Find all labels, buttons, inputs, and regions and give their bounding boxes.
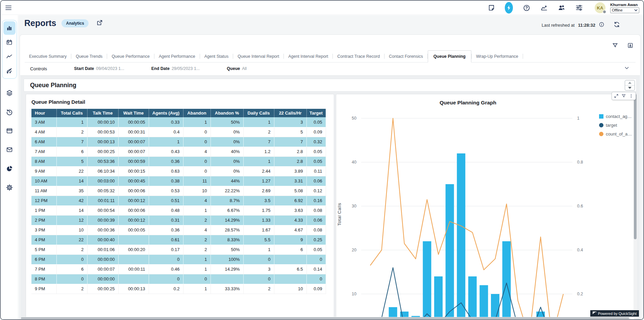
- table-row[interactable]: 8 AM500:53:3600:00:590.3600%12.80.05: [31, 156, 326, 166]
- table-cell[interactable]: 4: [183, 225, 210, 235]
- table-cell[interactable]: 1.33: [243, 215, 274, 225]
- control-start-date[interactable]: Start Date09/04/2023 1...: [74, 66, 124, 71]
- table-cell[interactable]: 00:00:11: [118, 264, 149, 274]
- external-link-icon[interactable]: [96, 19, 103, 27]
- table-cell[interactable]: 0: [183, 274, 210, 284]
- sidebar-item-history[interactable]: [3, 108, 16, 116]
- table-cell[interactable]: 0: [149, 254, 183, 264]
- table-cell[interactable]: 10: [183, 186, 210, 196]
- table-cell[interactable]: 1: [243, 245, 274, 254]
- table-cell[interactable]: 50%: [210, 117, 243, 127]
- table-row[interactable]: 8 PM000:00:000000: [31, 274, 326, 284]
- table-cell[interactable]: 0.46: [149, 264, 183, 274]
- table-cell[interactable]: 0.06: [306, 215, 326, 225]
- table-cell[interactable]: 10: [56, 225, 87, 235]
- table-cell[interactable]: 00:53:36: [87, 156, 118, 166]
- status-select[interactable]: Offline: [610, 7, 639, 13]
- table-cell[interactable]: 6: [56, 147, 87, 156]
- filter-icon[interactable]: [612, 42, 618, 50]
- table-cell[interactable]: 00:00:00: [87, 254, 118, 264]
- table-cell[interactable]: 10 AM: [31, 176, 56, 186]
- table-cell[interactable]: 4.67: [274, 225, 306, 235]
- vscroll-thumb[interactable]: [634, 94, 637, 239]
- table-cell[interactable]: 14.29%: [210, 215, 243, 225]
- table-cell[interactable]: 0: [183, 156, 210, 166]
- table-cell[interactable]: 00:01:11: [87, 196, 118, 205]
- table-cell[interactable]: 5: [56, 156, 87, 166]
- table-cell[interactable]: 0.09: [306, 284, 326, 294]
- table-cell[interactable]: 2: [56, 284, 87, 294]
- table-cell[interactable]: 00:00:53: [87, 127, 118, 137]
- table-cell[interactable]: 2.69: [243, 186, 274, 196]
- table-row[interactable]: 12 PM4200:01:1100:00:120.5148.7%3.56.920…: [31, 196, 326, 205]
- table-cell[interactable]: 0.32: [306, 137, 326, 147]
- table-cell[interactable]: [118, 274, 149, 284]
- sliders-icon[interactable]: [575, 4, 583, 12]
- table-cell[interactable]: 2: [183, 245, 210, 254]
- table-cell[interactable]: 42: [56, 196, 87, 205]
- table-cell[interactable]: 6 AM: [31, 137, 56, 147]
- download-icon[interactable]: [627, 42, 634, 50]
- table-cell[interactable]: 6 PM: [31, 254, 56, 264]
- tab-wrap-up-performance[interactable]: Wrap-Up Performance: [472, 51, 523, 62]
- table-cell[interactable]: 3.89: [274, 166, 306, 176]
- hscroll-thumb[interactable]: [21, 317, 629, 319]
- table-cell[interactable]: 7: [274, 137, 306, 147]
- table-cell[interactable]: 3 AM: [31, 117, 56, 127]
- table-cell[interactable]: 1 PM: [31, 205, 56, 215]
- table-row[interactable]: 9 AM2206:10:3400:00:150.6300%2.443.890.1…: [31, 166, 326, 176]
- table-cell[interactable]: 8.33%: [210, 235, 243, 245]
- table-cell[interactable]: 0.17: [149, 245, 183, 254]
- tab-queue-trends[interactable]: Queue Trends: [71, 51, 107, 62]
- table-cell[interactable]: 0: [56, 274, 87, 284]
- table-cell[interactable]: 00:05:32: [87, 186, 118, 196]
- table-cell[interactable]: 0: [243, 254, 274, 264]
- table-cell[interactable]: 33.33%: [210, 284, 243, 294]
- table-cell[interactable]: 0: [56, 254, 87, 264]
- table-cell[interactable]: 00:00:07: [118, 147, 149, 156]
- controls-collapse-icon[interactable]: [624, 65, 629, 72]
- table-cell[interactable]: [118, 254, 149, 264]
- tab-queue-interval-report[interactable]: Queue Interval Report: [233, 51, 283, 62]
- table-cell[interactable]: 4: [183, 147, 210, 156]
- table-cell[interactable]: 0.05: [306, 117, 326, 127]
- table-cell[interactable]: 3.31: [274, 176, 306, 186]
- table-cell[interactable]: 00:00:40: [87, 235, 118, 245]
- table-cell[interactable]: 0.09: [306, 127, 326, 137]
- table-cell[interactable]: 0.33: [149, 117, 183, 127]
- table-cell[interactable]: 1.2: [243, 147, 274, 156]
- sheet-horizontal-scrollbar[interactable]: [20, 317, 630, 319]
- table-cell[interactable]: 5 PM: [31, 245, 56, 254]
- sidebar-item-calendar[interactable]: [3, 35, 16, 49]
- table-cell[interactable]: 7 PM: [31, 264, 56, 274]
- tab-agent-performance[interactable]: Agent Performance: [154, 51, 200, 62]
- table-row[interactable]: 6 PM000:00:0001100%00: [31, 254, 326, 264]
- table-cell[interactable]: 100%: [210, 254, 243, 264]
- table-cell[interactable]: 0.43: [149, 147, 183, 156]
- table-cell[interactable]: 00:00:07: [118, 137, 149, 147]
- help-icon[interactable]: [522, 4, 530, 12]
- table-cell[interactable]: 00:00:59: [118, 156, 149, 166]
- table-cell[interactable]: 1: [243, 117, 274, 127]
- table-cell[interactable]: 0.2: [149, 284, 183, 294]
- table-cell[interactable]: 0.38: [149, 176, 183, 186]
- table-cell[interactable]: 1: [183, 205, 210, 215]
- tab-queue-planning[interactable]: Queue Planning: [428, 50, 471, 63]
- table-cell[interactable]: 0.05: [306, 156, 326, 166]
- table-cell[interactable]: 1: [243, 156, 274, 166]
- table-cell[interactable]: 3: [274, 117, 306, 127]
- table-row[interactable]: 10 AM1400:03:0000:00:450.381144%1.273.31…: [31, 176, 326, 186]
- sidebar-item-mail[interactable]: [3, 146, 16, 154]
- table-cell[interactable]: 4 PM: [31, 235, 56, 245]
- table-cell[interactable]: 00:00:06: [118, 205, 149, 215]
- metrics-icon[interactable]: [540, 4, 548, 12]
- table-cell[interactable]: 3: [243, 264, 274, 274]
- table-row[interactable]: 3 AM100:00:1000:00:050.33150%130.05: [31, 117, 326, 127]
- table-cell[interactable]: 8 AM: [31, 156, 56, 166]
- table-cell[interactable]: [274, 254, 306, 264]
- table-cell[interactable]: 1.67: [243, 225, 274, 235]
- sheet-vertical-scrollbar[interactable]: [634, 94, 637, 319]
- table-cell[interactable]: 0.53: [149, 186, 183, 196]
- table-row[interactable]: 4 PM2200:00:400.6128.33%5.590.25: [31, 235, 326, 245]
- table-cell[interactable]: 2: [243, 284, 274, 294]
